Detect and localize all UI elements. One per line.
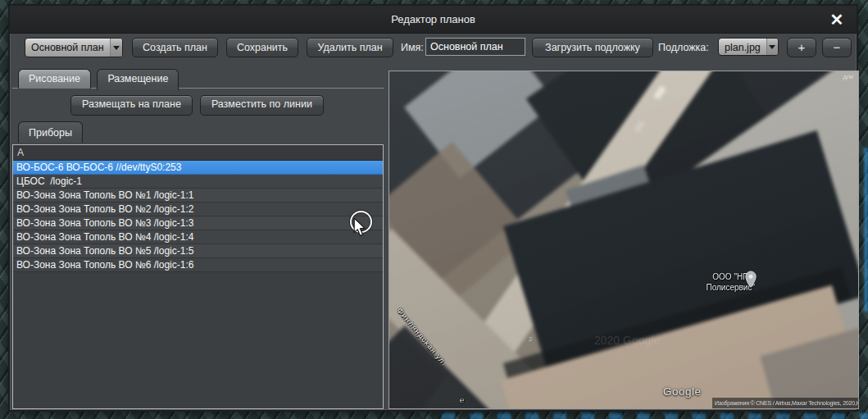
zoom-in-button[interactable]: +	[787, 38, 816, 57]
desktop-accent-edge	[864, 148, 868, 312]
house-number-label: 2	[529, 335, 532, 343]
save-button[interactable]: Сохранить	[226, 38, 298, 57]
zoom-out-button[interactable]: −	[822, 38, 852, 57]
tab-devices[interactable]: Приборы	[18, 121, 83, 143]
list-item[interactable]: ВО-Зона Зона Тополь ВО №5 /logic-1:5	[13, 244, 383, 258]
underlay-label: Подложка:	[658, 38, 709, 57]
underlay-select-value: plan.jpg	[719, 39, 766, 55]
list-item[interactable]: ВО-БОС-6 ВО-БОС-6 //dev/ttyS0:253	[13, 161, 383, 175]
underlay-select[interactable]: plan.jpg	[718, 38, 779, 56]
device-list-body: ВО-БОС-6 ВО-БОС-6 //dev/ttyS0:253ЦБОС /l…	[13, 161, 383, 272]
list-item[interactable]: ВО-Зона Зона Тополь ВО №6 /logic-1:6	[13, 258, 383, 272]
tab-drawing[interactable]: Рисование	[18, 69, 91, 89]
google-faint-watermark: 2020 Google	[594, 334, 660, 347]
poi-label: ООО "НПФ Полисервис"	[657, 272, 755, 293]
map-attribution: Изображения © CNES / Airbus,Maxar Techno…	[712, 398, 858, 408]
load-underlay-button[interactable]: Загрузить подложку	[532, 38, 653, 57]
chevron-down-icon[interactable]	[110, 39, 122, 57]
name-label: Имя:	[401, 38, 424, 57]
window-title: Редактор планов	[10, 6, 857, 33]
create-plan-button[interactable]: Создать план	[132, 38, 218, 57]
plan-select-value: Основной план	[25, 39, 110, 57]
toolbar: Основной план Создать план Сохранить Уда…	[10, 33, 857, 66]
list-item[interactable]: ВО-Зона Зона Тополь ВО №2 /logic-1:2	[13, 203, 383, 216]
placement-actions: Размещать на плане Разместить по линии	[70, 95, 324, 116]
poi-label-line1: ООО "НПФ	[657, 272, 755, 283]
tab-placement[interactable]: Размещение	[97, 69, 179, 90]
desktop-accent-dashes	[442, 413, 868, 419]
place-by-line-button[interactable]: Разместить по линии	[200, 95, 324, 116]
satellite-imagery	[389, 71, 859, 409]
device-list[interactable]: А ВО-БОС-6 ВО-БОС-6 //dev/ttyS0:253ЦБОС …	[12, 144, 384, 409]
place-on-plan-button[interactable]: Размещать на плане	[70, 95, 193, 116]
google-watermark: Google	[663, 385, 702, 398]
titlebar[interactable]: Редактор планов ✕	[10, 6, 857, 34]
plan-select[interactable]: Основной план	[25, 38, 123, 57]
delete-plan-button[interactable]: Удалить план	[307, 38, 393, 57]
list-item[interactable]: ВО-Зона Зона Тополь ВО №4 /logic-1:4	[13, 230, 383, 244]
map-small-mark: ℮	[460, 396, 464, 404]
close-icon[interactable]: ✕	[825, 8, 848, 31]
list-item[interactable]: ВО-Зона Зона Тополь ВО №3 /logic-1:3	[13, 216, 383, 230]
poi-label-line2: Полисервис"	[657, 283, 755, 294]
map-scale-label: д/м	[843, 73, 853, 80]
map-pin-icon[interactable]	[745, 271, 757, 292]
chevron-down-icon[interactable]	[766, 39, 778, 55]
map-canvas[interactable]: д/м Финляндская ул. 2 2020 Google ООО "Н…	[389, 71, 859, 409]
list-item[interactable]: ВО-Зона Зона Тополь ВО №1 /logic-1:1	[13, 189, 383, 203]
plan-name-input[interactable]	[425, 38, 525, 56]
device-list-header: А	[13, 145, 383, 161]
plan-editor-window: Редактор планов ✕ Основной план Создать …	[8, 4, 858, 412]
mode-tabs: Рисование Размещение	[18, 69, 181, 90]
list-item[interactable]: ЦБОС /logic-1	[13, 175, 383, 189]
